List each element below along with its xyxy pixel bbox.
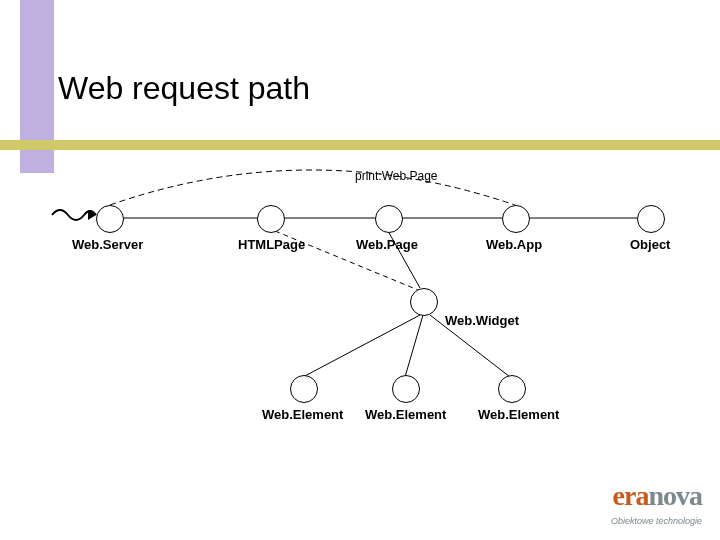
message-label: print:Web.Page (355, 169, 438, 183)
label-webelem2: Web.Element (365, 407, 446, 422)
title-underline (0, 140, 720, 150)
node-webapp (502, 205, 530, 233)
node-webserver (96, 205, 124, 233)
label-object: Object (630, 237, 670, 252)
node-webwidget (410, 288, 438, 316)
diagram-area: print:Web.Page Web.Server HTMLPage Web.P… (0, 155, 720, 475)
logo: eranova (613, 480, 702, 512)
label-webelem3: Web.Element (478, 407, 559, 422)
logo-tagline: Obiektowe technologie (611, 516, 702, 526)
logo-part2: nova (648, 480, 702, 511)
label-webelem1: Web.Element (262, 407, 343, 422)
logo-part1: era (613, 480, 649, 511)
node-webelem1 (290, 375, 318, 403)
node-htmlpage (257, 205, 285, 233)
label-webapp: Web.App (486, 237, 542, 252)
label-webwidget: Web.Widget (445, 313, 519, 328)
label-webpage: Web.Page (356, 237, 418, 252)
node-webpage (375, 205, 403, 233)
node-object (637, 205, 665, 233)
label-htmlpage: HTMLPage (238, 237, 305, 252)
slide-title: Web request path (58, 70, 310, 107)
svg-line-6 (303, 315, 420, 377)
node-webelem2 (392, 375, 420, 403)
label-webserver: Web.Server (72, 237, 143, 252)
svg-line-7 (405, 315, 423, 377)
node-webelem3 (498, 375, 526, 403)
diagram-connections (0, 155, 720, 475)
